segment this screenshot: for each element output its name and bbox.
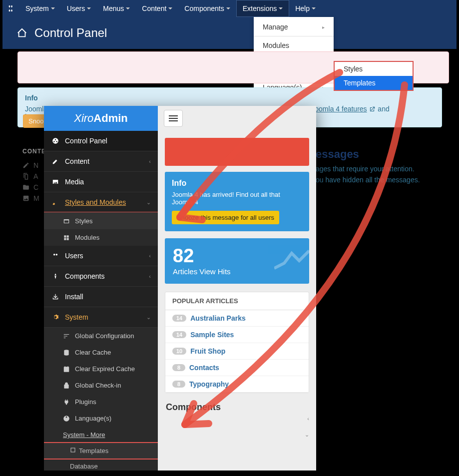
caret-icon (226, 7, 230, 9)
menu-menus[interactable]: Menus (97, 0, 136, 17)
sidebar-users[interactable]: Users‹ (44, 246, 158, 266)
chevron-left-icon: ‹ (149, 158, 151, 164)
dd-modules[interactable]: Modules (254, 38, 334, 52)
xiroadmin-panel: XiroAdmin Control Panel Content‹ Media S… (44, 106, 316, 471)
messages-heading: essages (316, 148, 446, 161)
copy-icon (22, 173, 29, 180)
sidebar-control-panel[interactable]: Control Panel (44, 131, 158, 151)
menu-extensions[interactable]: Extensions (236, 0, 289, 17)
features-link[interactable]: Joomla 4 features (311, 105, 367, 113)
sidebar-styles-modules[interactable]: Styles and Modules⌄ (44, 192, 158, 213)
sidebar-global-checkin[interactable]: Global Check-in (44, 377, 158, 394)
article-link[interactable]: Australian Parks (190, 314, 246, 322)
sidebar-clear-cache[interactable]: Clear Cache (44, 344, 158, 361)
chevron-left-icon: ‹ (149, 253, 151, 259)
brush-icon (52, 199, 59, 206)
joomla-top-bar: System Users Menus Content Components Ex… (2, 0, 457, 17)
sidebar-styles[interactable]: Styles (44, 212, 158, 230)
external-link-icon (369, 106, 376, 113)
window-icon (63, 218, 70, 225)
edit-icon (52, 158, 59, 165)
messages-line2: ou have hidden all the messages. (316, 176, 446, 184)
info-heading: Info (25, 94, 435, 102)
sidebar-templates[interactable]: Templates (44, 442, 158, 460)
messages-line1: ages that require your attention. (316, 165, 446, 173)
count-badge: 14 (172, 315, 186, 322)
separator (254, 36, 334, 36)
count-badge: 14 (172, 331, 186, 338)
download-icon (52, 293, 59, 300)
templates-submenu: Styles Templates (334, 61, 414, 91)
info-card-text: Joomla 4 has arrived! Find out all that … (172, 191, 302, 206)
hamburger-button[interactable] (164, 110, 183, 127)
info-card-heading: Info (172, 179, 302, 188)
joomla-menu: System Users Menus Content Components Ex… (19, 0, 322, 17)
menu-components[interactable]: Components (178, 0, 236, 17)
alert-block (165, 138, 309, 166)
stat-card[interactable]: 82 Articles View Hits (165, 238, 309, 284)
sliders-icon (63, 333, 70, 340)
sidebar-components[interactable]: Components‹ (44, 266, 158, 287)
sidebar-plugins[interactable]: Plugins (44, 394, 158, 410)
sidebar-system-more[interactable]: System - More⌄ (44, 427, 158, 443)
article-link[interactable]: Typography (189, 380, 229, 388)
xiro-sidebar: Control Panel Content‹ Media Styles and … (44, 131, 158, 471)
article-row[interactable]: 8Typography (165, 376, 309, 393)
sidebar-media[interactable]: Media (44, 172, 158, 192)
article-row[interactable]: 8Contacts (165, 360, 309, 376)
chart-icon (274, 248, 309, 273)
menu-users[interactable]: Users (61, 0, 97, 17)
popular-articles-box: POPULAR ARTICLES 14Australian Parks 14Sa… (165, 292, 309, 393)
article-row[interactable]: 14Sample Sites (165, 327, 309, 343)
sidebar-database[interactable]: Database (44, 459, 158, 471)
title-row: Control Panel (2, 17, 457, 49)
joomla-logo-icon[interactable] (2, 0, 19, 17)
caret-icon (168, 7, 172, 9)
article-link[interactable]: Fruit Shop (190, 347, 225, 355)
sub-styles[interactable]: Styles (335, 62, 413, 76)
components-heading: Components (165, 393, 309, 415)
image-icon (52, 178, 59, 185)
count-badge: 10 (172, 348, 186, 355)
gear-icon (52, 314, 59, 321)
popular-heading: POPULAR ARTICLES (165, 292, 309, 310)
caret-icon (279, 7, 283, 9)
dd-manage[interactable]: Manage (254, 20, 334, 34)
chevron-down-icon: ⌄ (146, 199, 151, 206)
snooze-all-button[interactable]: Snooze this message for all users (172, 211, 279, 224)
folder-icon (22, 184, 29, 191)
xiro-main: Info Joomla 4 has arrived! Find out all … (158, 131, 316, 471)
count-badge: 8 (172, 381, 185, 388)
sidebar-content[interactable]: Content‹ (44, 151, 158, 172)
sidebar-install[interactable]: Install (44, 287, 158, 307)
xiro-logo[interactable]: XiroAdmin (44, 106, 158, 131)
messages-panel: essages ages that require your attention… (316, 148, 446, 187)
lock-icon (63, 382, 70, 389)
article-link[interactable]: Sample Sites (190, 331, 234, 339)
chevron-down-icon: ⌄ (146, 314, 151, 321)
sidebar-global-config[interactable]: Global Configuration (44, 328, 158, 344)
article-link[interactable]: Contacts (189, 364, 219, 372)
plug-icon (63, 399, 70, 406)
sidebar-system[interactable]: System⌄ (44, 307, 158, 328)
menu-content[interactable]: Content (136, 0, 178, 17)
language-icon (63, 415, 70, 422)
page-title: Control Panel (34, 26, 107, 40)
database-icon (63, 349, 70, 356)
caret-icon (126, 7, 130, 9)
calendar-icon (63, 366, 70, 373)
sidebar-languages[interactable]: Language(s)‹ (44, 410, 158, 427)
sidebar-modules[interactable]: Modules (44, 229, 158, 246)
grid-icon (63, 234, 70, 241)
sub-templates[interactable]: Templates (335, 76, 413, 90)
caret-icon (87, 7, 91, 9)
info-card: Info Joomla 4 has arrived! Find out all … (165, 172, 309, 231)
xiro-header: XiroAdmin (44, 106, 316, 131)
menu-system[interactable]: System (19, 0, 61, 17)
users-icon (52, 252, 59, 259)
menu-help[interactable]: Help (289, 0, 322, 17)
article-row[interactable]: 10Fruit Shop (165, 343, 309, 360)
rocket-icon (52, 273, 59, 280)
sidebar-clear-expired[interactable]: Clear Expired Cache (44, 361, 158, 377)
article-row[interactable]: 14Australian Parks (165, 310, 309, 327)
